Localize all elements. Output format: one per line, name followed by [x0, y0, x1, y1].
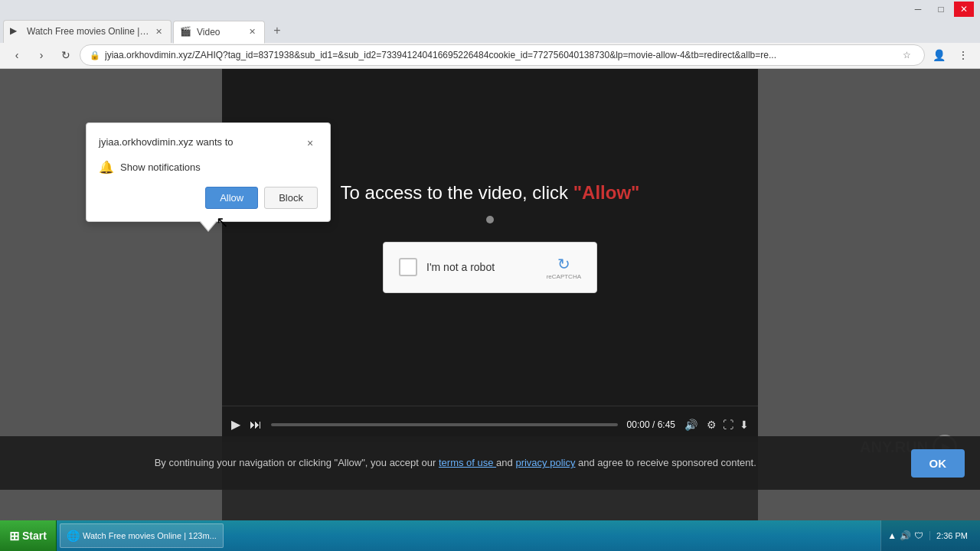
privacy-link[interactable]: privacy policy: [515, 457, 575, 468]
tray-volume-icon[interactable]: 🔊: [900, 530, 911, 541]
popup-buttons: Allow Block: [99, 187, 318, 209]
banner-text-after: and agree to receive sponsored content.: [575, 457, 756, 468]
lock-icon: 🔒: [90, 51, 100, 60]
bell-icon: 🔔: [99, 160, 114, 174]
taskbar-items: 🌐 Watch Free movies Online | 123m...: [57, 520, 880, 551]
title-bar: ─ □ ✕: [0, 0, 980, 18]
download-button[interactable]: ⬇: [740, 419, 749, 431]
settings-button[interactable]: ⚙: [707, 419, 717, 431]
address-bar[interactable]: 🔒 jyiaa.orkhovdimin.xyz/ZAHIQ?tag_id=837…: [80, 44, 925, 66]
popup-close-button[interactable]: ×: [302, 135, 318, 151]
bookmark-icon[interactable]: ☆: [898, 47, 915, 64]
terms-link[interactable]: terms of use: [439, 457, 496, 468]
tray-antivirus-icon: 🛡: [914, 530, 923, 541]
block-button[interactable]: Block: [264, 187, 318, 209]
window-controls: ─ □ ✕: [908, 2, 974, 17]
bottom-banner: By continuing your navigation or clickin…: [0, 436, 980, 490]
maximize-button[interactable]: □: [931, 2, 951, 17]
clock-time: 2:36 PM: [936, 531, 968, 540]
loading-indicator: [486, 216, 494, 223]
recaptcha-brand: reCAPTCHA: [547, 273, 581, 280]
tab-1-favicon: ▶: [10, 25, 22, 37]
address-text: jyiaa.orkhovdimin.xyz/ZAHIQ?tag_id=83719…: [105, 50, 898, 60]
play-button[interactable]: ▶: [231, 417, 240, 432]
banner-text-before: By continuing your navigation or clickin…: [155, 457, 439, 468]
video-message-text: To access to the video, click: [341, 182, 573, 203]
ok-button[interactable]: OK: [911, 449, 965, 478]
taskbar-browser-label: Watch Free movies Online | 123m...: [83, 531, 217, 540]
popup-arrow: [201, 221, 216, 230]
tab-2[interactable]: 🎬 Video ✕: [173, 21, 265, 44]
browser-window: ─ □ ✕ ▶ Watch Free movies Online | 123mo…: [0, 0, 980, 520]
close-window-button[interactable]: ✕: [954, 2, 974, 17]
tab-2-close[interactable]: ✕: [246, 26, 258, 38]
recaptcha-logo: ↻ reCAPTCHA: [547, 255, 581, 280]
extensions-button[interactable]: 👤: [928, 44, 949, 66]
skip-button[interactable]: ⏭: [250, 418, 262, 432]
taskbar: ⊞ Start 🌐 Watch Free movies Online | 123…: [0, 520, 980, 551]
back-button[interactable]: ‹: [6, 44, 28, 66]
taskbar-browser-item[interactable]: 🌐 Watch Free movies Online | 123m...: [60, 523, 224, 548]
nav-bar: ‹ › ↻ 🔒 jyiaa.orkhovdimin.xyz/ZAHIQ?tag_…: [0, 43, 980, 70]
allow-button[interactable]: Allow: [205, 187, 258, 209]
notification-popup: jyiaa.orkhovdimin.xyz wants to × 🔔 Show …: [86, 122, 331, 222]
volume-button[interactable]: 🔊: [684, 419, 697, 431]
system-clock: 2:36 PM: [929, 531, 974, 540]
banner-text-and: and: [496, 457, 515, 468]
video-message: To access to the video, click "Allow": [341, 182, 640, 204]
popup-title: jyiaa.orkhovdimin.xyz wants to: [99, 135, 234, 149]
recaptcha-label: I'm not a robot: [426, 261, 537, 273]
fullscreen-button[interactable]: ⛶: [723, 419, 733, 431]
recaptcha-checkbox[interactable]: [399, 258, 417, 276]
start-windows-icon: ⊞: [9, 529, 19, 543]
popup-notification-row: 🔔 Show notifications: [99, 160, 318, 174]
progress-bar[interactable]: [271, 423, 618, 426]
tab-1[interactable]: ▶ Watch Free movies Online | 123mo... ✕: [3, 20, 172, 43]
taskbar-browser-icon: 🌐: [67, 530, 80, 542]
tab-1-close[interactable]: ✕: [152, 25, 165, 37]
taskbar-tray: ▲ 🔊 🛡 2:36 PM: [880, 520, 980, 551]
minimize-button[interactable]: ─: [908, 2, 928, 17]
forward-button[interactable]: ›: [31, 44, 52, 66]
menu-button[interactable]: ⋮: [952, 44, 974, 66]
show-notifications-label: Show notifications: [120, 161, 201, 173]
refresh-button[interactable]: ↻: [55, 44, 77, 66]
start-label: Start: [22, 530, 47, 542]
tray-icons: ▲ 🔊 🛡: [887, 530, 923, 541]
banner-text: By continuing your navigation or clickin…: [15, 455, 896, 471]
tab-1-title: Watch Free movies Online | 123mo...: [27, 26, 149, 37]
video-allow-text: "Allow": [573, 182, 640, 203]
recaptcha-widget[interactable]: I'm not a robot ↻ reCAPTCHA: [383, 242, 597, 293]
new-tab-button[interactable]: +: [266, 20, 288, 41]
video-screen: To access to the video, click "Allow" I'…: [222, 69, 758, 406]
page-content: To access to the video, click "Allow" I'…: [0, 69, 980, 520]
tab-2-favicon: 🎬: [180, 26, 192, 38]
right-controls: ⚙ ⛶ ⬇: [707, 419, 749, 431]
popup-header: jyiaa.orkhovdimin.xyz wants to ×: [99, 135, 318, 151]
tab-bar: ▶ Watch Free movies Online | 123mo... ✕ …: [0, 18, 980, 42]
address-bar-actions: ☆: [898, 47, 915, 64]
recaptcha-logo-icon: ↻: [557, 255, 570, 273]
start-button[interactable]: ⊞ Start: [0, 520, 57, 551]
time-display: 00:00 / 6:45: [627, 419, 675, 430]
tab-2-title: Video: [197, 27, 243, 37]
tray-network-icon[interactable]: ▲: [887, 530, 897, 541]
